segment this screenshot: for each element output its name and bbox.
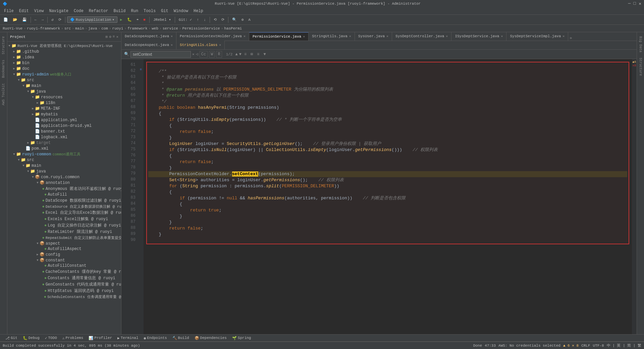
tree-bin[interactable]: ▶ 📁 bin <box>7 60 121 66</box>
menu-build[interactable]: Build <box>111 8 128 14</box>
tab-isysdeptservice[interactable]: ISysDeptService.java ✕ <box>451 32 506 41</box>
bc-project[interactable]: RuoYi-Vue <box>3 27 22 31</box>
search-regex[interactable]: R <box>216 51 222 58</box>
tree-datascope[interactable]: ▶ ● DataScope 数据权限过滤注解 @ ruoyi <box>7 197 121 204</box>
tree-excels[interactable]: ▶ ● Excels Excel注解集 @ ruoyi <box>7 216 121 222</box>
bc-src[interactable]: src <box>64 27 71 31</box>
tree-mybatis[interactable]: ▶ 📁 mybatis <box>7 111 121 117</box>
sidebar-expand-icon[interactable]: ⊞ <box>106 35 108 39</box>
bc-java[interactable]: java <box>88 27 97 31</box>
tab-datascope-aspect-close[interactable]: ✕ <box>171 34 173 38</box>
tree-datasource[interactable]: ▶ ● DataSource 自定义多数据源切换注解 @ ruoyi <box>7 204 121 209</box>
right-tab-structure[interactable]: Structure <box>638 55 643 79</box>
tree-annotation-pkg[interactable]: ▼ 📦 annotation <box>7 180 121 186</box>
right-tab-bigdata[interactable]: Big Data <box>638 34 643 55</box>
toolbar-jrebel[interactable]: JRebel ▾ <box>151 17 173 22</box>
tree-meta-inf[interactable]: ▶ 📁 META-INF <box>7 106 121 111</box>
search-cc[interactable]: Cc <box>200 51 208 58</box>
tab-sysuser-close[interactable]: ✕ <box>386 34 388 38</box>
bc-main[interactable]: main <box>75 27 84 31</box>
toolbar-git-check[interactable]: Git: ✓ <box>177 17 194 22</box>
tree-config-pkg[interactable]: ▶ 📦 config <box>7 252 121 257</box>
left-tab-aws[interactable]: AWS Toolkit <box>1 81 6 108</box>
tree-logback[interactable]: ▶ 📄 logback.xml <box>7 134 121 140</box>
tabs-overflow-icon[interactable]: » <box>568 36 573 41</box>
tree-common-src[interactable]: ▼ 📁 src <box>7 157 121 163</box>
tree-ruoyi-admin[interactable]: ▼ 📁 ruoyi-admin web服务入口 <box>7 71 121 77</box>
toolbar-redo[interactable]: ⟳ <box>219 17 226 22</box>
tree-banner[interactable]: ▶ 📄 banner.txt <box>7 129 121 134</box>
tab-stringutils-class[interactable]: StringUtils.class ✕ <box>176 41 225 49</box>
tree-doc[interactable]: ▶ 📁 doc <box>7 66 121 71</box>
search-opts3[interactable]: ≡ <box>256 51 261 57</box>
toolbar-find[interactable]: 🔍 <box>230 17 239 22</box>
tab-dsa2-close[interactable]: ✕ <box>171 43 173 47</box>
tree-constants[interactable]: ▶ ● Constants 通用常量信息 @ ruoyi <box>7 275 121 281</box>
toolbar-debug[interactable]: 🐛 <box>125 17 134 22</box>
tab-datascope-aspect[interactable]: DataScopeAspect.java ✕ <box>121 32 176 41</box>
tree-httpstatus[interactable]: ▶ ● HttpStatus 返回状态码 @ ruoyi <box>7 288 121 294</box>
sidebar-settings-icon[interactable]: ⚙ <box>109 35 111 39</box>
search-next[interactable]: ▼ <box>239 52 241 57</box>
tab-sysdeptcontroller[interactable]: SysDeptController.java ✕ <box>392 32 451 41</box>
tree-target[interactable]: ▶ 📁 target <box>7 140 121 146</box>
tree-constant-pkg[interactable]: ▼ 📦 constant <box>7 257 121 263</box>
menu-file[interactable]: File <box>1 8 16 14</box>
bc-service[interactable]: service <box>163 27 178 31</box>
close-button[interactable]: ✕ <box>639 1 641 6</box>
toolbar-back[interactable]: ← <box>33 17 39 22</box>
tab-suc-close[interactable]: ✕ <box>219 43 221 47</box>
title-bar-controls[interactable]: ─ □ ✕ <box>628 1 641 6</box>
toolbar-forward[interactable]: → <box>40 17 46 22</box>
tree-admin-main[interactable]: ▼ 📁 main <box>7 83 121 89</box>
tree-idea[interactable]: ▶ 📁 .idea <box>7 54 121 60</box>
toolbar-git-update[interactable]: ↑ <box>195 17 201 22</box>
tree-root[interactable]: ▼ 📁 RuoYi-Vue 若依管理系统 E:\gitRepos2\RuoYi-… <box>7 43 121 49</box>
toolbar-coverage[interactable]: ☂ <box>135 17 141 22</box>
toolbar-run[interactable]: ▶ <box>118 17 124 22</box>
tab-ps-close[interactable]: ✕ <box>303 35 305 39</box>
tree-ruoyi-common[interactable]: ▼ 📁 ruoyi-common common通用工具 <box>7 151 121 157</box>
tree-ratelimiter[interactable]: ▶ ● RateLimiter 限流注解 @ ruoyi <box>7 229 121 235</box>
tree-i18n[interactable]: ▶ 📁 i18n <box>7 100 121 106</box>
tree-pom[interactable]: ▶ 📄 pom.xml <box>7 146 121 151</box>
menu-help[interactable]: Help <box>191 8 206 14</box>
tree-autofillconstant[interactable]: ▶ ● AutoFillConstant <box>7 263 121 268</box>
menu-edit[interactable]: Edit <box>16 8 32 14</box>
tree-autofill[interactable]: ▶ ● AutoFill <box>7 192 121 197</box>
maximize-button[interactable]: □ <box>633 1 636 6</box>
bc-permservice[interactable]: PermissionService <box>182 27 220 31</box>
tab-sysdeptsi-close[interactable]: ✕ <box>562 34 565 38</box>
menu-navigate[interactable]: Navigate <box>46 8 71 14</box>
tree-scheduleconstants[interactable]: ▶ ● ScheduleConstants 任务调度通用常量 @ <box>7 294 121 300</box>
tree-aspect-pkg[interactable]: ▼ 📦 aspect <box>7 241 121 246</box>
search-prev[interactable]: ◁ <box>196 52 198 57</box>
tab-datascope-aspect2[interactable]: DataScopeAspect.java ✕ <box>121 41 176 49</box>
tree-log[interactable]: ▶ ● Log 自定义操作日志记录注解 @ ruoyi <box>7 222 121 229</box>
menu-tools[interactable]: Tools <box>141 8 158 14</box>
toolbar-undo[interactable]: ⟲ <box>212 17 219 22</box>
bottom-tab-git[interactable]: ⎇ Git <box>3 335 20 341</box>
tree-admin-java[interactable]: ▼ 📁 java <box>7 89 121 94</box>
search-opts1[interactable]: ≡ <box>243 51 248 57</box>
tab-isysdepts-close[interactable]: ✕ <box>501 34 503 38</box>
left-tab-structure[interactable]: Structure <box>1 34 6 57</box>
bottom-tab-profiler[interactable]: 📊 Profiler <box>86 335 115 341</box>
toolbar-sync[interactable]: ⟳ <box>56 17 63 22</box>
search-clear[interactable]: ✕ <box>192 52 195 56</box>
tab-pch-close[interactable]: ✕ <box>244 34 246 38</box>
menu-refactor[interactable]: Refactor <box>86 8 111 14</box>
search-prev2[interactable]: ▲ <box>235 52 237 57</box>
tree-autofillaspect[interactable]: ▶ ● AutoFillAspect <box>7 246 121 252</box>
minimize-button[interactable]: ─ <box>628 1 631 6</box>
bc-ruoyi[interactable]: ruoyi <box>112 27 123 31</box>
menu-git[interactable]: Git <box>158 8 171 14</box>
status-crlf[interactable]: CRLF <box>581 344 590 348</box>
sidebar-gear-icon[interactable]: ≡ <box>113 35 115 39</box>
bottom-tab-spring[interactable]: 🌱 Spring <box>229 335 254 341</box>
toolbar-revert[interactable]: ↺ <box>49 17 56 22</box>
run-config-selector[interactable]: 🔷 RuoyiApplication ▾ <box>67 16 117 23</box>
bottom-tab-dependencies[interactable]: 📦 Dependencies <box>192 335 229 341</box>
search-filter[interactable]: ▼ <box>262 51 267 57</box>
bottom-tab-debug[interactable]: 🐛 Debug <box>20 335 42 341</box>
